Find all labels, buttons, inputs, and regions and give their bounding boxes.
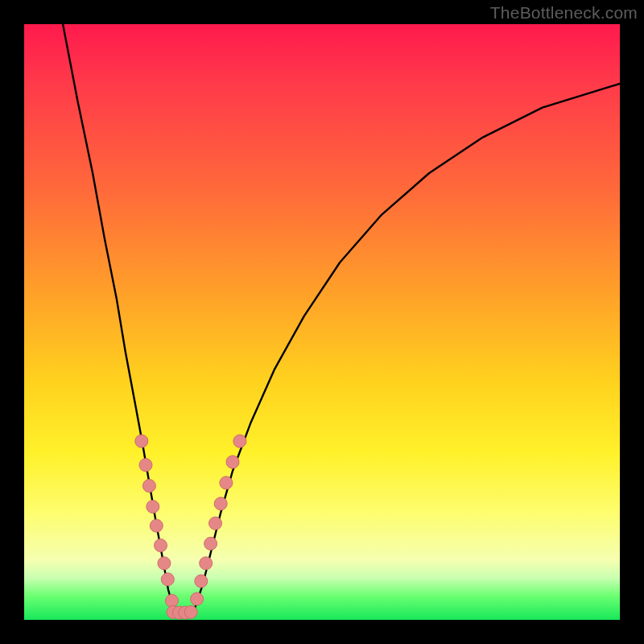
chart-frame: TheBottleneck.com — [0, 0, 644, 644]
curve-marker — [209, 517, 222, 530]
plot-area — [24, 24, 620, 620]
curve-marker — [142, 480, 155, 493]
curve-marker — [166, 594, 179, 607]
curve-marker — [184, 605, 197, 618]
curve-marker — [226, 456, 239, 469]
curve-marker — [161, 573, 174, 586]
curve-marker — [191, 592, 204, 605]
v-curve-path — [63, 24, 620, 613]
curve-marker — [200, 557, 213, 570]
watermark-text: TheBottleneck.com — [490, 3, 638, 23]
curve-marker — [204, 537, 217, 550]
curve-marker — [195, 575, 208, 588]
curve-marker — [135, 435, 148, 448]
curve-marker — [155, 539, 167, 552]
curve-marker — [150, 519, 163, 532]
curve-marker — [220, 477, 233, 489]
curve-marker — [139, 459, 152, 472]
curve-marker — [158, 557, 171, 570]
bottleneck-curve — [24, 24, 620, 620]
curve-marker — [233, 435, 246, 448]
curve-marker — [147, 500, 159, 513]
curve-marker — [214, 497, 227, 510]
